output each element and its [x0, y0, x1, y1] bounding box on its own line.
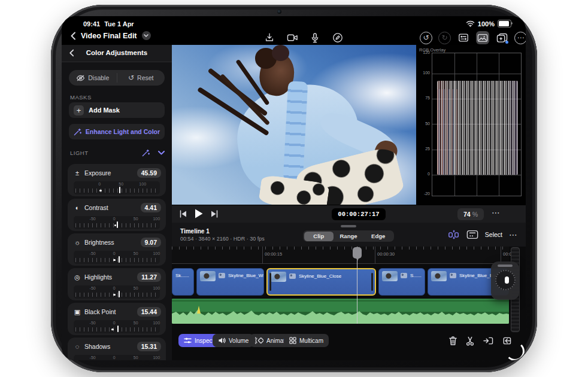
slider-value[interactable]: 4.41 — [141, 203, 161, 212]
slider-ruler[interactable]: -50050100 — [74, 251, 160, 264]
slider-value[interactable]: 9.07 — [141, 238, 161, 247]
delete-button[interactable] — [446, 334, 459, 347]
select-button[interactable]: Select — [485, 231, 502, 238]
reset-button[interactable]: ↺ Reset — [117, 70, 165, 86]
clip-label: S...... — [410, 273, 422, 278]
clip-appearance-icon[interactable] — [466, 230, 478, 239]
multicam-button[interactable]: Multicam — [284, 334, 329, 347]
redo-button[interactable]: ↻ — [438, 32, 451, 44]
undo-button[interactable]: ↺ — [420, 32, 432, 44]
clip-skyline-partial[interactable]: Sk...... — [172, 268, 194, 296]
slider-ruler[interactable]: -50050100 — [74, 355, 160, 360]
record-audio-button[interactable] — [308, 31, 322, 44]
pencil-tools-button[interactable] — [331, 31, 344, 44]
enhance-label: Enhance Light and Color — [86, 128, 160, 135]
slider-ruler[interactable]: 050100 — [74, 181, 160, 194]
import-button[interactable] — [263, 31, 276, 44]
audio-track[interactable] — [172, 299, 509, 324]
project-title[interactable]: Video Final Edit — [81, 32, 137, 40]
more-button[interactable]: ⋯ — [514, 32, 526, 44]
enhance-button[interactable]: Enhance Light and Color — [69, 124, 165, 139]
mode-range[interactable]: Range — [334, 232, 363, 241]
play-button[interactable] — [194, 208, 204, 221]
slider-exposure: ±Exposure45.59 050100 — [68, 164, 166, 196]
corner-swipe-indicator — [505, 342, 525, 360]
slider-contrast: ◐Contrast4.41 -50050100 — [68, 199, 166, 231]
clip-label: Sk...... — [175, 273, 189, 278]
record-video-button[interactable] — [286, 31, 299, 44]
slider-label: Highlights — [84, 273, 134, 281]
zoom-unit: % — [472, 211, 478, 218]
hair-bun-2 — [272, 45, 289, 61]
title-menu-button[interactable] — [142, 31, 151, 40]
undo-icon: ↺ — [423, 34, 429, 41]
more-icon: ⋯ — [517, 34, 525, 41]
volume-button[interactable]: Volume — [213, 334, 254, 347]
split-button[interactable] — [463, 334, 477, 347]
color-adjustments-panel: Color Adjustments Disable ↺ Reset MASKS … — [62, 45, 172, 360]
viewer-zoom-control[interactable]: 74 % — [457, 208, 484, 220]
jog-dial[interactable] — [495, 270, 516, 290]
slider-value[interactable]: 45.59 — [137, 168, 161, 178]
plus-icon: + — [74, 105, 84, 115]
trim-handle-right[interactable] — [371, 273, 373, 291]
panel-header: Color Adjustments — [62, 45, 172, 62]
skip-back-button[interactable] — [179, 209, 187, 221]
chevron-down-icon — [144, 34, 148, 37]
jog-drag-handle[interactable] — [498, 264, 513, 267]
overwrite-button[interactable] — [481, 334, 495, 347]
jog-marker — [505, 276, 509, 284]
playhead-tip — [356, 257, 359, 261]
photo-badge-icon — [289, 273, 296, 279]
disable-button[interactable]: Disable — [69, 70, 117, 86]
camera-icon — [287, 33, 298, 42]
highlights-icon: ◎ — [74, 273, 81, 281]
axis-label: 50 — [419, 121, 430, 126]
trim-handle-left[interactable] — [269, 273, 271, 291]
axis-label: 0 — [419, 172, 430, 176]
pencil-circle-icon — [332, 32, 343, 43]
inspect-label: Inspect — [195, 338, 214, 344]
zoom-value: 74 — [463, 211, 471, 218]
inspect-icon — [184, 337, 192, 344]
slider-value[interactable]: 15.44 — [137, 307, 161, 317]
rgb-overlay-scope: RGB Overlay 120 100 75 50 25 0 -20 — [416, 45, 526, 205]
main-area: RGB Overlay 120 100 75 50 25 0 -20 — [172, 45, 526, 360]
battery-percent: 100% — [478, 20, 495, 28]
video-viewer[interactable] — [172, 45, 416, 205]
slider-highlights: ◎Highlights11.27 -50050100 — [68, 268, 166, 300]
contrast-icon: ◐ — [74, 204, 81, 211]
media-browser-button[interactable] — [495, 31, 508, 44]
timecode-display[interactable]: 00:00:27:17 — [332, 208, 386, 220]
light-wand-icon[interactable] — [142, 149, 150, 157]
viewer-more-button[interactable]: ⋯ — [492, 208, 501, 217]
collapse-chevron-icon[interactable] — [158, 151, 165, 155]
masks-section-label: MASKS — [70, 94, 92, 101]
add-mask-button[interactable]: + Add Mask — [69, 102, 165, 118]
slider-ruler[interactable]: -50050100 — [74, 285, 160, 299]
timeline-ruler[interactable]: 00:00:15 00:00:30 00:00:4 — [172, 247, 509, 264]
photo-icon — [477, 34, 488, 42]
skip-forward-button[interactable] — [210, 209, 219, 221]
jog-wheel[interactable] — [491, 262, 519, 300]
timeline-drag-handle[interactable] — [341, 225, 356, 227]
slider-value[interactable]: 15.31 — [137, 342, 161, 351]
back-icon[interactable] — [70, 32, 76, 40]
connect-clip-icon[interactable] — [448, 230, 460, 239]
slider-value[interactable]: 11.27 — [137, 272, 161, 282]
clip-s-truncated[interactable]: S...... — [378, 268, 425, 296]
battery-icon — [498, 20, 511, 28]
slider-ruler[interactable]: -50050100 — [74, 216, 160, 229]
timeline-more-button[interactable]: ⋯ — [509, 230, 517, 239]
audio-waveform — [172, 299, 509, 324]
mode-clip[interactable]: Clip — [304, 232, 334, 241]
clip-skyline-blue-close[interactable]: Skyline_Blue_Close — [266, 268, 376, 296]
light-section-header: LIGHT — [70, 148, 165, 157]
multicam-label: Multicam — [299, 338, 323, 344]
clip-skyline-blue-wide[interactable]: Skyline_Blue_Wide — [196, 268, 264, 296]
timeline-name[interactable]: Timeline 1 — [180, 228, 210, 235]
inspector-toggle-button[interactable] — [457, 31, 470, 44]
mode-edge[interactable]: Edge — [363, 232, 393, 241]
viewer-toggle-button[interactable] — [476, 31, 489, 44]
slider-ruler[interactable]: -50050100 — [74, 320, 160, 333]
